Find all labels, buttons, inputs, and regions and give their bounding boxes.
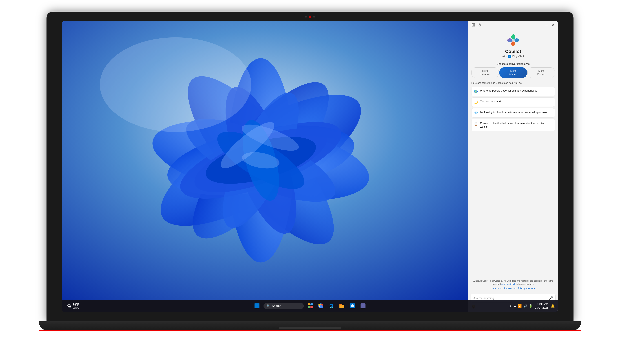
copilot-body: Copilot with b Bing Chat xyxy=(468,29,558,312)
tray-volume-icon[interactable]: 🔊 xyxy=(523,304,527,308)
screen-bezel: 🌤 78°F Sunny xyxy=(62,21,558,312)
diamond-icon: 💎 xyxy=(474,111,478,115)
weather-temp: 78°F xyxy=(73,303,79,306)
copilot-subtitle: with b Bing Chat xyxy=(502,55,524,58)
globe-icon: 🌍 xyxy=(474,89,478,93)
copilot-title: Copilot xyxy=(505,49,521,54)
history-button[interactable] xyxy=(477,22,482,27)
svg-rect-21 xyxy=(254,306,257,308)
svg-rect-36 xyxy=(472,25,473,26)
close-button[interactable]: ✕ xyxy=(551,22,556,27)
copilot-branding: Copilot with b Bing Chat xyxy=(468,29,558,61)
svg-rect-26 xyxy=(310,306,313,308)
search-icon: 🔍 xyxy=(267,304,270,308)
led-dot-2 xyxy=(313,16,315,18)
table-icon: 📋 xyxy=(474,122,478,126)
suggestion-furniture-text: I'm looking for handmade furniture for m… xyxy=(480,111,547,114)
taskbar-app-edge[interactable] xyxy=(327,302,335,310)
screen: 🌤 78°F Sunny xyxy=(62,21,558,312)
suggestion-meals-text: Create a table that helps me plan meals … xyxy=(480,121,552,129)
svg-rect-23 xyxy=(308,303,310,305)
taskbar-app-store[interactable] xyxy=(348,302,356,310)
tray-cloud-icon[interactable]: ☁ xyxy=(513,304,516,308)
bing-logo: b xyxy=(508,55,511,58)
laptop-base xyxy=(39,321,581,331)
clock-date: 10/27/2023 xyxy=(535,306,548,310)
copilot-header-icons xyxy=(471,22,482,27)
notification-bell-icon[interactable]: 🔔 xyxy=(551,304,555,308)
suggestions-section: Here are some things Copilot can help yo… xyxy=(468,80,558,277)
weather-icon: 🌤 xyxy=(67,303,71,309)
camera-lens xyxy=(309,15,311,18)
svg-rect-22 xyxy=(257,306,260,308)
taskbar-app-chrome[interactable] xyxy=(317,302,325,310)
taskbar: 🌤 78°F Sunny xyxy=(62,300,558,312)
svg-text:T: T xyxy=(362,304,364,308)
style-buttons: MoreCreative MoreBalanced MorePrecise xyxy=(471,67,555,78)
conversation-style-label: Choose a conversation style xyxy=(471,62,555,65)
moon-icon: 🌙 xyxy=(474,100,478,104)
laptop-lid: 🌤 78°F Sunny xyxy=(46,12,574,321)
copilot-sidebar: — ✕ xyxy=(468,21,558,312)
send-feedback-link[interactable]: send feedback xyxy=(501,283,515,285)
weather-widget[interactable]: 🌤 78°F Sunny xyxy=(65,302,81,310)
svg-rect-35 xyxy=(473,24,475,25)
system-tray[interactable]: ▲ ☁ 📶 🔊 🔋 xyxy=(509,304,533,308)
conversation-style-section: Choose a conversation style MoreCreative… xyxy=(468,61,558,80)
suggestion-darkmode[interactable]: 🌙 Turn on dark mode xyxy=(471,97,555,107)
input-placeholder: Ask me anything... xyxy=(473,297,547,300)
taskbar-search[interactable]: 🔍 Search xyxy=(264,303,304,309)
windows-start-button[interactable] xyxy=(253,302,261,310)
svg-rect-30 xyxy=(340,305,344,308)
suggestion-culinary[interactable]: 🌍 Where do people travel for culinary ex… xyxy=(471,87,555,96)
terms-link[interactable]: Terms of use xyxy=(504,287,516,290)
taskbar-app-teams[interactable]: T xyxy=(359,302,367,310)
style-creative-button[interactable]: MoreCreative xyxy=(471,67,499,78)
svg-rect-37 xyxy=(473,25,475,26)
svg-rect-34 xyxy=(472,24,473,25)
system-clock[interactable]: 11:11 AM 10/27/2023 xyxy=(535,302,548,310)
tray-network-icon[interactable]: 📶 xyxy=(518,304,522,308)
svg-rect-19 xyxy=(254,303,257,306)
taskbar-right: ▲ ☁ 📶 🔊 🔋 11:11 AM 10/27/2023 🔔 xyxy=(509,302,555,310)
search-text: Search xyxy=(272,304,281,308)
laptop: 🌤 78°F Sunny xyxy=(31,12,589,352)
weather-info: 78°F Sunny xyxy=(73,303,79,309)
new-chat-button[interactable] xyxy=(471,22,476,27)
svg-point-29 xyxy=(320,305,322,307)
copilot-logo xyxy=(506,33,520,47)
svg-point-39 xyxy=(512,39,515,42)
learn-more-link[interactable]: Learn more xyxy=(491,287,502,290)
minimize-button[interactable]: — xyxy=(544,22,549,27)
svg-rect-20 xyxy=(257,303,260,306)
privacy-link[interactable]: Privacy statement xyxy=(518,287,535,290)
led-dot xyxy=(305,16,307,18)
taskbar-app-fileexplorer[interactable] xyxy=(338,302,346,310)
suggestion-culinary-text: Where do people travel for culinary expe… xyxy=(480,89,537,93)
webcam-bar xyxy=(293,15,327,19)
svg-rect-24 xyxy=(310,303,313,305)
weather-condition: Sunny xyxy=(73,306,79,309)
copilot-disclaimer: Windows Copilot is powered by AI. Surpri… xyxy=(468,277,558,292)
clock-time: 11:11 AM xyxy=(535,302,548,306)
base-accent xyxy=(39,330,581,331)
disclaimer-links: Learn more Terms of use Privacy statemen… xyxy=(471,287,555,290)
tray-chevron-icon[interactable]: ▲ xyxy=(509,304,512,307)
style-precise-button[interactable]: MorePrecise xyxy=(527,67,555,78)
suggestion-furniture[interactable]: 💎 I'm looking for handmade furniture for… xyxy=(471,108,555,118)
suggestion-darkmode-text: Turn on dark mode xyxy=(480,100,502,104)
tray-battery-icon[interactable]: 🔋 xyxy=(529,304,533,308)
taskbar-app-widgets[interactable] xyxy=(306,302,314,310)
svg-rect-25 xyxy=(308,306,310,308)
hinge xyxy=(279,327,341,329)
suggestion-meals[interactable]: 📋 Create a table that helps me plan meal… xyxy=(471,119,555,131)
style-balanced-button[interactable]: MoreBalanced xyxy=(499,67,527,78)
copilot-titlebar: — ✕ xyxy=(468,21,558,29)
suggestions-title: Here are some things Copilot can help yo… xyxy=(471,82,555,84)
svg-point-18 xyxy=(100,37,251,132)
taskbar-center: 🔍 Search xyxy=(253,302,367,310)
svg-text:b: b xyxy=(509,55,511,58)
disclaimer-end: to help us improve. xyxy=(516,283,534,285)
